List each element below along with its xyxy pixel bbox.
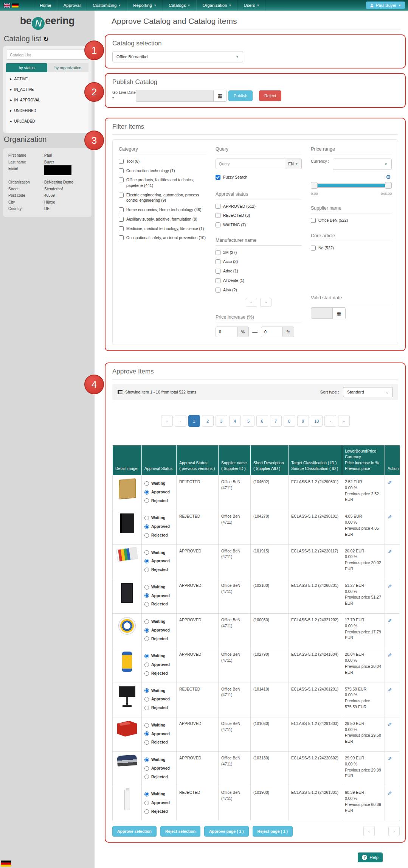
radio-rejected[interactable]: Rejected bbox=[144, 498, 174, 504]
manufacturer-3m-27[interactable]: 3M (27) bbox=[216, 250, 302, 255]
reject-selection-button[interactable]: Reject selection bbox=[160, 826, 200, 837]
radio-waiting[interactable]: Waiting bbox=[144, 481, 174, 487]
slider-handle-min[interactable] bbox=[311, 182, 318, 189]
radio-waiting[interactable]: Waiting bbox=[144, 791, 174, 797]
radio-approved[interactable]: Approved bbox=[144, 731, 174, 737]
manufacturer-checkbox[interactable] bbox=[216, 259, 220, 264]
category-checkbox[interactable] bbox=[119, 193, 124, 198]
prev-page-button[interactable]: ‹ bbox=[363, 826, 375, 836]
radio-rejected[interactable]: Rejected bbox=[144, 774, 174, 780]
slider-handle-max[interactable] bbox=[385, 182, 392, 189]
radio-input-waiting[interactable] bbox=[144, 550, 149, 555]
nav-item-reporting[interactable]: Reporting▼ bbox=[127, 0, 163, 11]
radio-input-rejected[interactable] bbox=[144, 498, 149, 503]
radio-input-waiting[interactable] bbox=[144, 723, 149, 728]
radio-input-approved[interactable] bbox=[144, 490, 149, 495]
manufacturer-al-dente-1[interactable]: Al Dente (1) bbox=[216, 278, 302, 283]
next-page-button[interactable]: » bbox=[260, 298, 271, 307]
radio-input-rejected[interactable] bbox=[144, 740, 149, 745]
nav-item-users[interactable]: Users▼ bbox=[238, 0, 266, 11]
radio-waiting[interactable]: Waiting bbox=[144, 619, 174, 625]
radio-rejected[interactable]: Rejected bbox=[144, 705, 174, 711]
edit-icon[interactable]: ✎ bbox=[388, 721, 392, 728]
gear-icon[interactable]: ⚙ bbox=[386, 174, 391, 180]
valid-start-date-input[interactable] bbox=[311, 307, 333, 319]
query-input[interactable] bbox=[216, 159, 285, 169]
radio-approved[interactable]: Approved bbox=[144, 696, 174, 702]
sidebar-item-active[interactable]: ▶ACTIVE bbox=[10, 77, 85, 81]
radio-waiting[interactable]: Waiting bbox=[144, 584, 174, 590]
page-button-5[interactable]: 5 bbox=[243, 415, 254, 427]
user-menu-button[interactable]: Paul Buyer ▼ bbox=[366, 2, 405, 9]
category-checkbox[interactable] bbox=[119, 177, 124, 182]
page-button-3[interactable]: 3 bbox=[216, 415, 227, 427]
radio-input-waiting[interactable] bbox=[144, 619, 149, 624]
nav-item-catalogs[interactable]: Catalogs▼ bbox=[163, 0, 196, 11]
core-article-checkbox[interactable] bbox=[311, 246, 316, 250]
radio-rejected[interactable]: Rejected bbox=[144, 636, 174, 642]
page-button-1[interactable]: 1 bbox=[188, 415, 200, 427]
radio-input-rejected[interactable] bbox=[144, 671, 149, 676]
category-home-economics-home-technolology-46[interactable]: Home economics, Home technolology (46) bbox=[119, 207, 206, 213]
fuzzy-search-checkbox[interactable]: Fuzzy Search bbox=[216, 174, 302, 180]
category-checkbox[interactable] bbox=[119, 168, 124, 173]
radio-waiting[interactable]: Waiting bbox=[144, 757, 174, 763]
radio-waiting[interactable]: Waiting bbox=[144, 722, 174, 728]
edit-icon[interactable]: ✎ bbox=[388, 652, 392, 659]
sidebar-item-uploaded[interactable]: ▶UPLOADED bbox=[10, 119, 85, 123]
german-flag-icon[interactable] bbox=[12, 3, 19, 8]
radio-input-approved[interactable] bbox=[144, 593, 149, 598]
sort-type-select[interactable]: Standard ⌄ bbox=[343, 387, 393, 397]
pager-nav-button[interactable]: › bbox=[324, 415, 336, 427]
radio-input-approved[interactable] bbox=[144, 663, 149, 667]
radio-input-approved[interactable] bbox=[144, 559, 149, 563]
radio-input-approved[interactable] bbox=[144, 731, 149, 736]
refresh-icon[interactable]: ↻ bbox=[43, 36, 49, 43]
catalog-select[interactable]: Office Büroartikel ▼ bbox=[112, 51, 243, 62]
category-checkbox[interactable] bbox=[119, 217, 124, 222]
page-button-9[interactable]: 9 bbox=[297, 415, 309, 427]
sidebar-item-in-approval[interactable]: ▶IN_APPROVAL bbox=[10, 98, 85, 102]
radio-input-rejected[interactable] bbox=[144, 533, 149, 538]
page-button-7[interactable]: 7 bbox=[270, 415, 282, 427]
golive-date-input[interactable] bbox=[136, 90, 214, 102]
manufacturer-alba-2[interactable]: Alba (2) bbox=[216, 287, 302, 293]
page-button-8[interactable]: 8 bbox=[284, 415, 295, 427]
price-increase-from-input[interactable] bbox=[216, 327, 237, 337]
radio-waiting[interactable]: Waiting bbox=[144, 550, 174, 556]
category-occupational-safety-accident-prevention-10[interactable]: Occupational safety, accident prevention… bbox=[119, 235, 206, 241]
page-button-4[interactable]: 4 bbox=[229, 415, 241, 427]
manufacturer-checkbox[interactable] bbox=[216, 278, 220, 283]
radio-input-rejected[interactable] bbox=[144, 809, 149, 814]
calendar-icon[interactable]: ▦ bbox=[214, 90, 226, 102]
pager-nav-button[interactable]: » bbox=[338, 415, 350, 427]
manufacturer-acco-3[interactable]: Acco (3) bbox=[216, 259, 302, 264]
approval-status-rejected-3[interactable]: REJECTED (3) bbox=[216, 213, 302, 218]
edit-icon[interactable]: ✎ bbox=[388, 755, 392, 763]
radio-input-rejected[interactable] bbox=[144, 568, 149, 572]
edit-icon[interactable]: ✎ bbox=[388, 513, 392, 521]
radio-waiting[interactable]: Waiting bbox=[144, 653, 174, 659]
edit-icon[interactable]: ✎ bbox=[388, 617, 392, 625]
pager-nav-button[interactable]: « bbox=[161, 415, 173, 427]
approval-status-checkbox[interactable] bbox=[216, 213, 220, 218]
radio-approved[interactable]: Approved bbox=[144, 489, 174, 495]
tab-by-organization[interactable]: by organization bbox=[47, 63, 88, 72]
sidebar-item-in-active[interactable]: ▶IN_ACTIVE bbox=[10, 87, 85, 92]
radio-waiting[interactable]: Waiting bbox=[144, 515, 174, 521]
category-checkbox[interactable] bbox=[119, 207, 124, 212]
radio-input-rejected[interactable] bbox=[144, 602, 149, 607]
approve-selection-button[interactable]: Approve selection bbox=[112, 826, 157, 837]
category-electric-engineering-automation-process-control-engineering-9[interactable]: Electric engineering, automation, proces… bbox=[119, 192, 206, 203]
category-office-products-facilities-and-technics-papeterie-441[interactable]: Office products, facilities and technics… bbox=[119, 177, 206, 188]
approval-status-checkbox[interactable] bbox=[216, 222, 220, 227]
radio-approved[interactable]: Approved bbox=[144, 800, 174, 806]
radio-input-approved[interactable] bbox=[144, 766, 149, 771]
radio-input-waiting[interactable] bbox=[144, 481, 149, 486]
radio-waiting[interactable]: Waiting bbox=[144, 688, 174, 694]
prev-page-button[interactable]: « bbox=[246, 298, 257, 307]
reject-page-1-button[interactable]: Reject page ( 1 ) bbox=[253, 826, 293, 837]
radio-approved[interactable]: Approved bbox=[144, 558, 174, 564]
radio-input-rejected[interactable] bbox=[144, 636, 149, 641]
manufacturer-checkbox[interactable] bbox=[216, 269, 220, 274]
